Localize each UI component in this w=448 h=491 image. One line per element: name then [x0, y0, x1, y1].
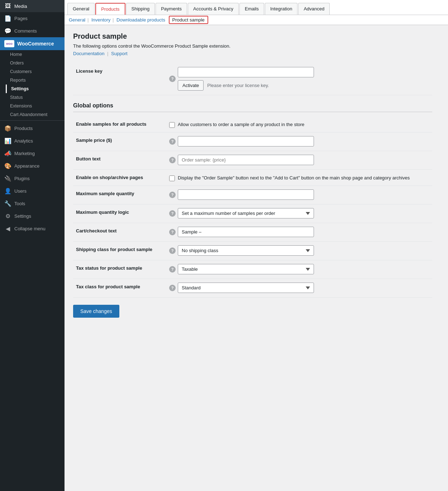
sidebar-item-status[interactable]: Status: [6, 93, 65, 102]
documentation-link[interactable]: Documentation: [73, 51, 104, 56]
global-options-title: Global options: [73, 102, 432, 112]
enable-samples-row: Enable samples for all products Allow cu…: [73, 116, 432, 133]
max-quantity-input[interactable]: [178, 189, 314, 200]
license-key-label: License key: [73, 63, 166, 95]
shipping-class-help-icon[interactable]: ?: [169, 247, 176, 254]
sidebar-item-home[interactable]: Home: [6, 50, 65, 59]
sample-price-input[interactable]: [178, 136, 314, 146]
tab-shipping[interactable]: Shipping: [126, 3, 155, 15]
comments-icon: 💬: [4, 28, 11, 34]
max-quantity-label: Maximum sample quantity: [73, 186, 166, 204]
form-table: License key ? Activate Please enter your…: [73, 63, 432, 95]
page-title: Product sample: [73, 32, 432, 40]
button-text-label: Button text: [73, 151, 166, 170]
sidebar-item-cart-abandonment[interactable]: Cart Abandonment: [6, 110, 65, 119]
sidebar-item-reports[interactable]: Reports: [6, 76, 65, 85]
page-description: The following options control the WooCom…: [73, 43, 432, 49]
max-quantity-help-icon[interactable]: ?: [169, 192, 176, 198]
tax-class-label: Tax class for product sample: [73, 279, 166, 298]
enable-samples-desc: Allow customers to order a sample of any…: [178, 121, 304, 128]
tab-products[interactable]: Products: [95, 3, 125, 15]
tab-general[interactable]: General: [67, 3, 95, 15]
sample-price-label: Sample price ($): [73, 133, 166, 151]
sidebar: 🖼 Media 📄 Pages 💬 Comments woo WooCommer…: [0, 0, 65, 491]
button-text-help-icon[interactable]: ?: [169, 157, 176, 163]
cart-checkout-text-label: Cart/checkout text: [73, 223, 166, 242]
subtab-inventory[interactable]: Inventory: [91, 17, 110, 23]
media-icon: 🖼: [4, 3, 11, 9]
support-link[interactable]: Support: [111, 51, 128, 56]
settings-content: Product sample The following options con…: [65, 25, 441, 325]
products-icon: 📦: [4, 125, 11, 132]
sidebar-item-pages[interactable]: 📄 Pages: [0, 12, 65, 25]
max-quantity-logic-select[interactable]: Set a maximum number of samples per orde…: [178, 208, 314, 218]
enable-samples-checkbox[interactable]: [169, 122, 175, 128]
sub-tab-bar: General | Inventory | Downloadable produ…: [65, 15, 448, 25]
tax-class-select[interactable]: Standard Reduced rate Zero rate: [178, 283, 314, 293]
tab-advanced[interactable]: Advanced: [298, 3, 330, 15]
tab-accounts-privacy[interactable]: Accounts & Privacy: [188, 3, 239, 15]
license-key-field: ? Activate Please enter your license key…: [166, 63, 432, 95]
woo-subnav: Home Orders Customers Reports Settings S…: [0, 50, 65, 119]
enable-shop-row: Enable on shop/archive pages Display the…: [73, 170, 432, 186]
tax-class-help-icon[interactable]: ?: [169, 285, 176, 291]
shipping-class-select[interactable]: No shipping class Standard Express: [178, 245, 314, 256]
collapse-icon: ◀: [4, 225, 11, 232]
plugins-icon: 🔌: [4, 175, 11, 182]
activate-button[interactable]: Activate: [178, 80, 204, 91]
sidebar-item-appearance[interactable]: 🎨 Appearance: [0, 160, 65, 172]
sidebar-item-settings-main[interactable]: ⚙ Settings: [0, 210, 65, 222]
sidebar-item-collapse[interactable]: ◀ Collapse menu: [0, 222, 65, 235]
license-help-text: Please enter your license key.: [207, 83, 269, 88]
marketing-icon: 📣: [4, 150, 11, 157]
appearance-icon: 🎨: [4, 163, 11, 169]
tax-status-label: Tax status for product sample: [73, 260, 166, 279]
cart-checkout-text-input[interactable]: [178, 227, 314, 237]
license-key-input[interactable]: [178, 67, 314, 77]
settings-icon: ⚙: [4, 213, 11, 220]
global-options-table: Enable samples for all products Allow cu…: [73, 116, 432, 298]
sidebar-item-marketing[interactable]: 📣 Marketing: [0, 147, 65, 160]
sample-price-row: Sample price ($) ?: [73, 133, 432, 151]
sidebar-item-tools[interactable]: 🔧 Tools: [0, 197, 65, 210]
sidebar-item-customers[interactable]: Customers: [6, 67, 65, 76]
button-text-input[interactable]: [178, 155, 314, 165]
analytics-icon: 📊: [4, 138, 11, 144]
sidebar-item-media[interactable]: 🖼 Media: [0, 0, 65, 12]
license-key-help-icon[interactable]: ?: [169, 76, 176, 82]
tab-payments[interactable]: Payments: [156, 3, 187, 15]
max-quantity-logic-row: Maximum quantity logic ? Set a maximum n…: [73, 204, 432, 223]
subtab-general[interactable]: General: [69, 17, 85, 23]
tax-status-row: Tax status for product sample ? Taxable …: [73, 260, 432, 279]
enable-samples-label: Enable samples for all products: [73, 116, 166, 133]
sidebar-item-products[interactable]: 📦 Products: [0, 122, 65, 135]
sidebar-item-comments[interactable]: 💬 Comments: [0, 25, 65, 37]
sidebar-item-extensions[interactable]: Extensions: [6, 102, 65, 110]
tab-integration[interactable]: Integration: [265, 3, 297, 15]
enable-shop-desc: Display the "Order Sample" button next t…: [178, 175, 410, 181]
sidebar-item-plugins[interactable]: 🔌 Plugins: [0, 172, 65, 185]
max-quantity-logic-help-icon[interactable]: ?: [169, 210, 176, 217]
max-quantity-row: Maximum sample quantity ?: [73, 186, 432, 204]
license-key-row: License key ? Activate Please enter your…: [73, 63, 432, 95]
tax-status-help-icon[interactable]: ?: [169, 266, 176, 273]
save-changes-button[interactable]: Save changes: [73, 305, 119, 318]
button-text-row: Button text ?: [73, 151, 432, 170]
sidebar-item-settings[interactable]: Settings: [6, 85, 65, 93]
tax-class-row: Tax class for product sample ? Standard …: [73, 279, 432, 298]
tax-status-select[interactable]: Taxable None Shipping only: [178, 264, 314, 274]
sidebar-item-users[interactable]: 👤 Users: [0, 185, 65, 197]
shipping-class-label: Shipping class for product sample: [73, 242, 166, 260]
subtab-product-sample[interactable]: Product sample: [169, 16, 208, 24]
page-links: Documentation | Support: [73, 51, 432, 56]
tab-bar: General Products Shipping Payments Accou…: [65, 0, 448, 15]
sidebar-item-orders[interactable]: Orders: [6, 59, 65, 67]
enable-shop-checkbox[interactable]: [169, 175, 175, 181]
sample-price-help-icon[interactable]: ?: [169, 138, 176, 145]
subtab-downloadable[interactable]: Downloadable products: [116, 17, 165, 23]
max-quantity-logic-label: Maximum quantity logic: [73, 204, 166, 223]
woocommerce-header[interactable]: woo WooCommerce: [0, 37, 65, 50]
tab-emails[interactable]: Emails: [239, 3, 264, 15]
cart-checkout-text-help-icon[interactable]: ?: [169, 229, 176, 235]
sidebar-item-analytics[interactable]: 📊 Analytics: [0, 135, 65, 147]
